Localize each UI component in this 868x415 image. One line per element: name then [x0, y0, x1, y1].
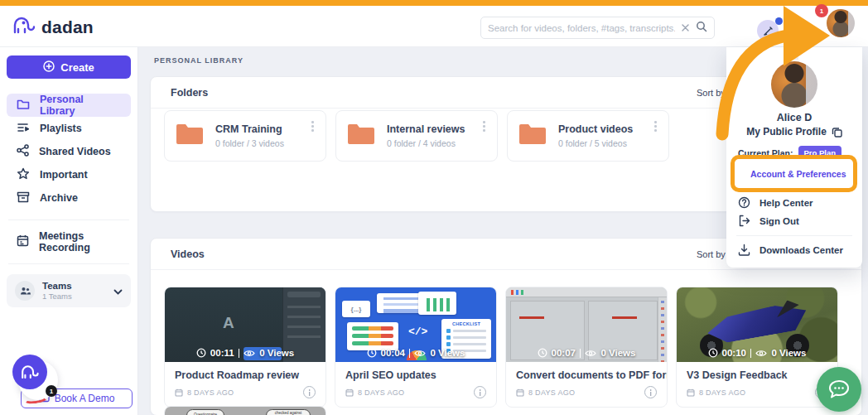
video-title: V3 Design Feedback: [677, 362, 837, 384]
search-input[interactable]: [488, 23, 675, 33]
sidebar-item-label: Meetings Recording: [39, 230, 121, 253]
dropdown-divider: [736, 235, 852, 236]
video-age: 8 DAYS AGO: [358, 388, 470, 397]
folder-card-crm-training[interactable]: CRM Training 0 folder / 3 videos: [164, 110, 326, 162]
video-overlay: 00:07 0 Views: [506, 348, 667, 358]
chat-widget-button[interactable]: [817, 367, 861, 412]
sidebar-item-label: Shared Videos: [39, 146, 111, 157]
videos-sort-by[interactable]: Sort by :: [697, 249, 731, 259]
teams-section[interactable]: Teams 1 Teams: [7, 274, 131, 307]
eye-icon: [244, 349, 255, 358]
sidebar-item-label: Important: [40, 169, 88, 181]
mascot-widget[interactable]: 1: [10, 352, 76, 410]
folder-card-product-videos[interactable]: Product videos 0 folder / 5 videos: [507, 110, 669, 162]
checklist-title: CHECKLIST: [441, 321, 491, 326]
user-menu-dropdown: Alice D My Public Profile Current Plan: …: [726, 47, 862, 268]
sidebar-item-playlists[interactable]: Playlists: [7, 117, 131, 140]
help-center-label: Help Center: [760, 198, 813, 208]
folder-meta: 0 folder / 4 videos: [387, 138, 465, 148]
video-views: 0 Views: [259, 348, 294, 358]
elephant-mascot-icon[interactable]: [12, 355, 47, 389]
search-icon[interactable]: [696, 21, 707, 36]
video-card-april-seo[interactable]: {...} CHECKLIST </>: [335, 287, 497, 408]
videos-title: Videos: [171, 249, 205, 260]
elephant-logo-icon: [12, 15, 36, 40]
calendar-icon: [687, 388, 695, 397]
playlist-icon: [17, 122, 30, 136]
chevron-down-icon[interactable]: [113, 283, 123, 298]
thumbnail-letter: A: [223, 314, 234, 332]
teams-subtitle: 1 Teams: [42, 292, 106, 301]
user-avatar[interactable]: [827, 9, 855, 37]
video-title: April SEO updates: [335, 362, 496, 384]
downloads-center-item[interactable]: Downloads Center: [738, 244, 843, 256]
downloads-center-label: Downloads Center: [760, 245, 843, 255]
more-options-button[interactable]: [784, 19, 808, 44]
help-center-item[interactable]: Help Center: [738, 196, 813, 209]
video-card-product-roadmap[interactable]: A 00:11 0 Views Product Roadmap review: [164, 287, 326, 408]
logo-text: dadan: [41, 17, 94, 37]
video-age: 8 DAYS AGO: [187, 388, 299, 397]
thumbnail-barchart-chip: [418, 292, 456, 315]
public-profile-label: My Public Profile: [746, 126, 827, 138]
clock-icon: [538, 348, 547, 358]
sidebar-item-archive[interactable]: Archive: [7, 186, 131, 210]
video-views: 0 Views: [430, 348, 465, 358]
teams-icon: [15, 281, 35, 301]
video-thumbnail: 00:10 0 Views: [677, 287, 837, 362]
top-accent-bar: [0, 0, 868, 6]
notification-dot: [775, 17, 783, 25]
app-root: dadan Create Personal Libra: [0, 0, 868, 415]
kebab-menu-icon[interactable]: [650, 119, 660, 133]
videos-row: A 00:11 0 Views Product Roadmap review: [164, 287, 838, 408]
video-thumbnail: Questionnaire checked against specificat…: [165, 407, 326, 415]
folder-name: CRM Training: [215, 123, 284, 135]
video-card-convert-pdf[interactable]: 00:07 0 Views Convert documents to PDF f…: [505, 287, 668, 408]
video-age: 8 DAYS AGO: [528, 388, 640, 397]
sidebar-item-personal-library[interactable]: Personal Library: [7, 94, 131, 117]
sidebar-item-label: Archive: [40, 192, 78, 204]
dropdown-avatar: [771, 61, 817, 108]
calendar-icon: [175, 388, 183, 397]
info-icon[interactable]: [303, 386, 316, 398]
video-overlay: 00:11 0 Views: [165, 348, 326, 358]
public-profile-link[interactable]: My Public Profile: [726, 126, 862, 138]
question-circle-icon: [738, 196, 750, 209]
sidebar-divider: [8, 220, 129, 220]
clear-search-icon[interactable]: [681, 21, 690, 36]
account-preferences-item[interactable]: Account & Preferences: [731, 155, 857, 192]
video-duration: 00:04: [381, 348, 405, 358]
flow-node: Questionnaire: [186, 409, 224, 415]
search-bar: [480, 17, 715, 39]
avatar-notification-badge: 1: [815, 4, 828, 17]
folder-meta: 0 folder / 5 videos: [558, 138, 633, 148]
video-thumbnail: {...} CHECKLIST </>: [335, 287, 496, 362]
sidebar-item-meetings-recording[interactable]: Meetings Recording: [7, 230, 131, 253]
video-thumbnail: 00:07 0 Views: [506, 287, 667, 362]
copy-icon[interactable]: [832, 127, 842, 138]
kebab-menu-icon[interactable]: [307, 119, 317, 133]
sign-out-item[interactable]: Sign Out: [738, 215, 799, 227]
folders-row: CRM Training 0 folder / 3 videos Interna…: [164, 110, 669, 162]
logo[interactable]: dadan: [12, 15, 94, 40]
create-button[interactable]: Create: [7, 55, 131, 79]
info-icon[interactable]: [644, 386, 657, 398]
folder-icon: [175, 123, 205, 149]
sidebar: Create Personal Library Playlists Shared…: [0, 47, 138, 415]
kebab-menu-icon[interactable]: [479, 119, 489, 133]
clock-icon: [708, 348, 718, 358]
videos-row-partial: Questionnaire checked against specificat…: [164, 406, 326, 415]
info-icon[interactable]: [474, 386, 486, 398]
sign-out-icon: [738, 215, 750, 227]
folders-sort-by[interactable]: Sort by :: [697, 88, 731, 98]
sidebar-item-important[interactable]: Important: [7, 163, 131, 186]
folder-card-internal-reviews[interactable]: Internal reviews 0 folder / 4 videos: [335, 110, 498, 162]
video-duration: 00:07: [552, 348, 576, 358]
sidebar-item-shared-videos[interactable]: Shared Videos: [7, 140, 131, 163]
video-card-partial[interactable]: Questionnaire checked against specificat…: [164, 406, 326, 415]
folder-name: Internal reviews: [387, 123, 465, 135]
create-button-label: Create: [60, 61, 94, 74]
video-card-v3-design[interactable]: 00:10 0 Views V3 Design Feedback 8 DAYS …: [676, 287, 838, 408]
calendar-icon: [345, 388, 354, 397]
sidebar-nav: Personal Library Playlists Shared Videos…: [0, 94, 137, 307]
